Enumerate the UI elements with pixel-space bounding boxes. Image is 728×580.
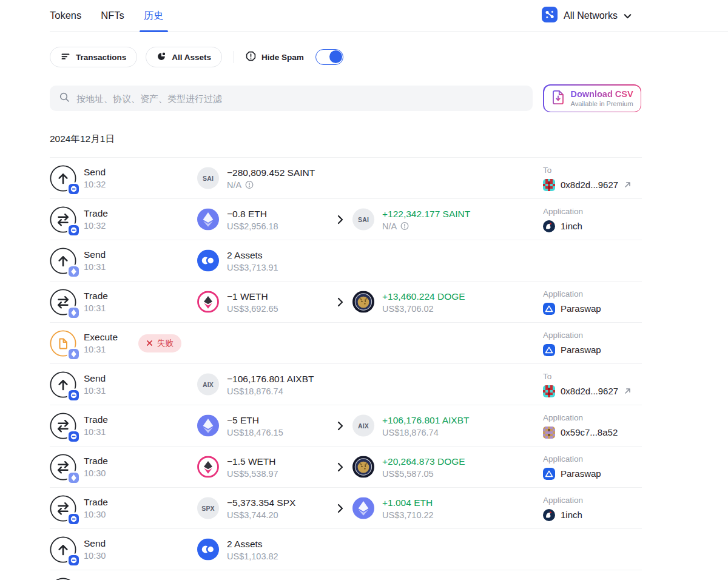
- asset-change: −1 WETHUS$3,692.65: [197, 291, 278, 313]
- transaction-type-cell: Trade10:32: [50, 206, 108, 233]
- transaction-time: 10:31: [84, 262, 106, 272]
- transaction-row[interactable]: Send10:31 2 AssetsUS$3,713.91: [50, 240, 642, 281]
- pixel-avatar-red-icon: [543, 179, 555, 191]
- transaction-row[interactable]: Trade10:30 SPX −5,373.354 SPXUS$3,744.20…: [50, 487, 642, 528]
- tab-tokens[interactable]: Tokens: [50, 0, 81, 32]
- side-text: 1inch: [561, 221, 582, 231]
- execute-transaction-icon: [50, 330, 76, 357]
- asset-change: +20,264.873 DOGEUS$5,587.05: [352, 456, 465, 478]
- transaction-row[interactable]: Trade10:31 −1 WETHUS$3,692.65 +13,460.22…: [50, 281, 642, 322]
- side-label: Application: [543, 454, 601, 464]
- transaction-time: 10:32: [84, 180, 106, 189]
- application-link[interactable]: Paraswap: [543, 303, 601, 315]
- chevron-right-icon: [337, 462, 343, 472]
- side-label: Application: [543, 413, 618, 422]
- weth-icon: [197, 456, 219, 478]
- side-label: Application: [543, 496, 583, 505]
- hide-spam-label: Hide Spam: [261, 53, 304, 62]
- asset-amount: +1.004 ETH: [382, 497, 434, 508]
- asset-fiat-value: US$5,538.97: [227, 468, 278, 478]
- spam-warning-icon: [246, 51, 256, 63]
- oneinch-icon: [543, 220, 555, 232]
- tab-bar: TokensNFTs历史: [50, 0, 164, 32]
- filter-bar: Transactions All Assets Hide Spam: [50, 47, 728, 67]
- transaction-row[interactable]: Execute10:31 失败 ApplicationParaswap: [50, 322, 642, 363]
- trade-transaction-icon: [50, 206, 76, 233]
- search-bar: [50, 86, 533, 111]
- download-csv-sublabel: Available in Premium: [571, 100, 633, 107]
- all-assets-filter-button[interactable]: All Assets: [146, 47, 222, 67]
- transaction-time: 10:30: [84, 468, 108, 478]
- application-link[interactable]: 1inch: [543, 509, 583, 521]
- asset-amount: −1.5 WETH: [227, 456, 278, 467]
- eth-network-badge: [69, 308, 79, 318]
- asset-fiat-value: US$3,713.91: [227, 262, 278, 272]
- tab-nfts[interactable]: NFTs: [101, 0, 124, 32]
- transaction-time: 10:31: [84, 386, 106, 396]
- send-transaction-icon: [50, 248, 76, 274]
- doge-icon: [352, 291, 374, 313]
- transaction-row[interactable]: Send10:31 AIX −106,176.801 AIXBTUS$18,87…: [50, 363, 642, 405]
- application-link[interactable]: Paraswap: [543, 344, 601, 356]
- side-text: Paraswap: [561, 468, 601, 479]
- trade-transaction-icon: [50, 289, 76, 315]
- asset-amount: −1 WETH: [227, 291, 278, 302]
- send-transaction-icon: [50, 165, 76, 192]
- eth-network-badge: [69, 266, 79, 277]
- transaction-row[interactable]: Trade10:32 −0.8 ETHUS$2,956.18SAI +122,3…: [50, 198, 642, 240]
- side-text: 0x59c7...8a52: [561, 427, 618, 437]
- side-info: ApplicationParaswap: [543, 454, 601, 480]
- transaction-type: Trade: [84, 456, 108, 467]
- transactions-filter-button[interactable]: Transactions: [50, 47, 137, 67]
- transaction-type-cell: Trade10:30: [50, 454, 108, 481]
- aix-token-icon: AIX: [197, 374, 219, 396]
- pixel-avatar-red-icon: [543, 385, 555, 397]
- tab-history[interactable]: 历史: [144, 0, 164, 32]
- transaction-time: 10:30: [84, 551, 106, 561]
- eth-network-badge: [69, 473, 79, 483]
- transaction-row[interactable]: Send10:32 SAI −280,809.452 SAINTN/A To0x…: [50, 157, 642, 198]
- recipient-address-link[interactable]: 0x8d2d...9627: [543, 179, 632, 191]
- side-info: Application1inch: [543, 207, 583, 232]
- paraswap-icon: [543, 303, 555, 315]
- side-label: Application: [543, 331, 601, 340]
- external-link-icon: [624, 181, 632, 189]
- toggle-knob: [329, 50, 342, 63]
- recipient-address-link[interactable]: 0x8d2d...9627: [543, 385, 632, 397]
- base-network-badge: [69, 431, 79, 442]
- application-link[interactable]: Paraswap: [543, 468, 601, 480]
- transaction-type-cell: Trade10:31: [50, 289, 108, 315]
- application-link[interactable]: 0x59c7...8a52: [543, 427, 618, 439]
- transaction-type: Trade: [84, 497, 108, 508]
- transaction-type: Send: [84, 538, 106, 549]
- side-text: 0x8d2d...9627: [561, 180, 618, 190]
- transaction-row[interactable]: Send10:30 2 AssetsUS$1,103.82: [50, 528, 642, 570]
- download-csv-button[interactable]: Download CSV Available in Premium: [543, 84, 641, 112]
- vertical-divider: [234, 51, 234, 63]
- application-link[interactable]: 1inch: [543, 220, 583, 232]
- transaction-type: Send: [84, 373, 106, 384]
- history-page: TokensNFTs历史 All Networks Transactions A…: [0, 0, 728, 580]
- transaction-row[interactable]: Mint SPX +5,373.354 SPX Application: [50, 570, 642, 580]
- transaction-type-cell: Send10:31: [50, 248, 106, 274]
- search-input[interactable]: [76, 93, 524, 104]
- transaction-row[interactable]: Trade10:31 −5 ETHUS$18,476.15AIX +106,17…: [50, 405, 642, 446]
- info-icon[interactable]: [245, 180, 254, 189]
- side-text: Paraswap: [561, 345, 601, 355]
- sai-token-icon: SAI: [197, 167, 219, 189]
- hide-spam-toggle[interactable]: [315, 49, 343, 65]
- transaction-type-cell: Send10:32: [50, 165, 106, 192]
- side-text: 0x8d2d...9627: [561, 386, 618, 396]
- eth-icon: [352, 497, 374, 519]
- failed-status-badge: 失败: [138, 334, 181, 352]
- chevron-down-icon: [624, 10, 632, 21]
- transaction-type-cell: Trade10:31: [50, 413, 108, 439]
- transaction-row[interactable]: Trade10:30 −1.5 WETHUS$5,538.97 +20,264.…: [50, 446, 642, 487]
- network-selector[interactable]: All Networks: [542, 0, 632, 32]
- info-icon[interactable]: [400, 221, 409, 230]
- base-network-badge: [69, 225, 79, 235]
- transaction-type: Trade: [84, 208, 108, 219]
- asset-change: +13,460.224 DOGEUS$3,706.02: [352, 291, 465, 313]
- transaction-type-cell: Trade10:30: [50, 495, 108, 522]
- search-row: Download CSV Available in Premium: [50, 84, 728, 112]
